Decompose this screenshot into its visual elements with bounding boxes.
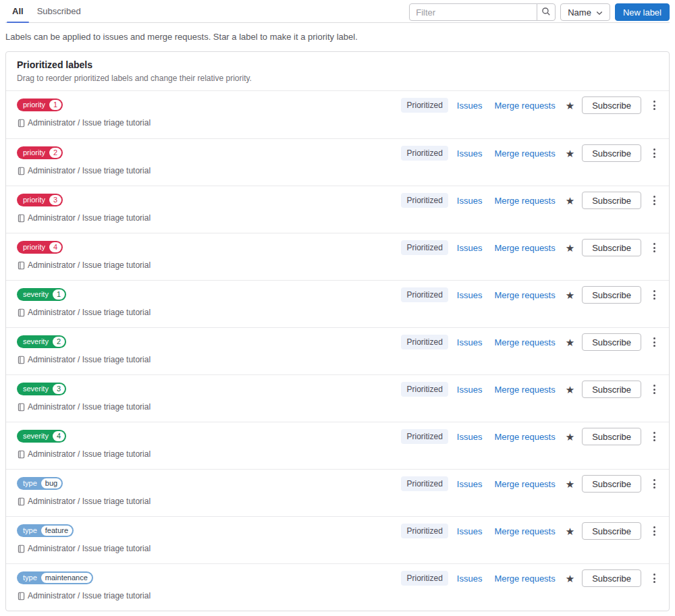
project-name: Administrator / Issue triage tutorial <box>28 591 151 600</box>
scoped-label-key: severity <box>18 289 53 300</box>
star-icon[interactable]: ★ <box>564 242 576 254</box>
subscribe-button[interactable]: Subscribe <box>582 333 641 351</box>
label-row: type feature Administrator / Issue triag… <box>6 516 669 563</box>
scoped-label[interactable]: severity 4 <box>17 430 66 443</box>
issues-link[interactable]: Issues <box>457 432 483 442</box>
label-row: priority 1 Administrator / Issue triage … <box>6 91 669 138</box>
project-name: Administrator / Issue triage tutorial <box>28 166 151 175</box>
kebab-menu-icon[interactable] <box>649 523 659 539</box>
subscribe-button[interactable]: Subscribe <box>582 381 641 398</box>
scoped-label[interactable]: priority 3 <box>17 194 63 206</box>
issues-link[interactable]: Issues <box>457 479 483 489</box>
project-icon <box>17 402 28 412</box>
issues-link[interactable]: Issues <box>457 526 483 536</box>
filter-group <box>409 3 556 21</box>
scoped-label[interactable]: priority 2 <box>17 146 63 159</box>
subscribe-button[interactable]: Subscribe <box>582 192 641 209</box>
kebab-menu-icon[interactable] <box>649 145 659 161</box>
star-icon[interactable]: ★ <box>564 289 576 302</box>
project-icon <box>17 449 28 459</box>
kebab-menu-icon[interactable] <box>649 334 659 350</box>
scoped-label-value: feature <box>41 526 72 536</box>
label-row: severity 4 Administrator / Issue triage … <box>6 422 669 469</box>
kebab-menu-icon[interactable] <box>649 428 659 445</box>
tab-subscribed[interactable]: Subscribed <box>30 0 88 22</box>
scoped-label[interactable]: type bug <box>17 477 63 490</box>
tab-all[interactable]: All <box>5 0 30 22</box>
star-icon[interactable]: ★ <box>564 525 576 538</box>
issues-link[interactable]: Issues <box>457 243 483 253</box>
label-row: priority 2 Administrator / Issue triage … <box>6 138 669 186</box>
project-name: Administrator / Issue triage tutorial <box>28 544 151 553</box>
scoped-label-key: priority <box>18 100 49 110</box>
merge-requests-link[interactable]: Merge requests <box>494 479 555 489</box>
prioritized-labels-card: Prioritized labels Drag to reorder prior… <box>5 51 670 611</box>
scoped-label[interactable]: priority 4 <box>17 241 63 254</box>
merge-requests-link[interactable]: Merge requests <box>494 101 555 111</box>
star-icon[interactable]: ★ <box>564 383 576 396</box>
subscribe-button[interactable]: Subscribe <box>582 144 641 162</box>
subscribe-button[interactable]: Subscribe <box>582 475 641 493</box>
merge-requests-link[interactable]: Merge requests <box>494 290 555 300</box>
project-name: Administrator / Issue triage tutorial <box>28 308 151 317</box>
subscribe-button[interactable]: Subscribe <box>582 428 641 445</box>
merge-requests-link[interactable]: Merge requests <box>494 337 555 347</box>
scoped-label[interactable]: type feature <box>17 524 74 537</box>
merge-requests-link[interactable]: Merge requests <box>494 432 555 442</box>
issues-link[interactable]: Issues <box>457 148 483 159</box>
scoped-label-value: bug <box>41 478 61 488</box>
scoped-label[interactable]: type maintenance <box>17 571 93 584</box>
sort-dropdown[interactable]: Name <box>560 3 610 21</box>
kebab-menu-icon[interactable] <box>649 97 659 113</box>
scoped-label[interactable]: priority 1 <box>17 99 63 111</box>
kebab-menu-icon[interactable] <box>649 476 659 492</box>
merge-requests-link[interactable]: Merge requests <box>494 243 555 253</box>
star-icon[interactable]: ★ <box>564 99 576 112</box>
issues-link[interactable]: Issues <box>457 101 483 111</box>
scoped-label[interactable]: severity 2 <box>17 335 66 348</box>
star-icon[interactable]: ★ <box>564 430 576 443</box>
issues-link[interactable]: Issues <box>457 290 483 300</box>
kebab-menu-icon[interactable] <box>649 381 659 397</box>
merge-requests-link[interactable]: Merge requests <box>494 526 555 536</box>
star-icon[interactable]: ★ <box>564 572 576 585</box>
new-label-button[interactable]: New label <box>615 3 670 21</box>
subscribe-button[interactable]: Subscribe <box>582 569 641 587</box>
star-icon[interactable]: ★ <box>564 336 576 349</box>
project-icon <box>17 308 28 317</box>
kebab-menu-icon[interactable] <box>649 240 659 256</box>
merge-requests-link[interactable]: Merge requests <box>494 148 555 159</box>
kebab-menu-icon[interactable] <box>649 192 659 208</box>
issues-link[interactable]: Issues <box>457 573 483 584</box>
project-line: Administrator / Issue triage tutorial <box>17 212 152 224</box>
issues-link[interactable]: Issues <box>457 337 483 347</box>
label-row: priority 3 Administrator / Issue triage … <box>6 186 669 233</box>
subscribe-button[interactable]: Subscribe <box>582 286 641 304</box>
sort-dropdown-label: Name <box>568 7 591 18</box>
merge-requests-link[interactable]: Merge requests <box>494 573 555 584</box>
row-actions: Prioritized Issues Merge requests ★ Subs… <box>401 333 659 351</box>
scoped-label-key: severity <box>18 384 53 394</box>
card-subtitle: Drag to reorder prioritized labels and c… <box>17 74 658 83</box>
issues-link[interactable]: Issues <box>457 385 483 395</box>
issues-link[interactable]: Issues <box>457 196 483 206</box>
star-icon[interactable]: ★ <box>564 194 576 207</box>
search-button[interactable] <box>537 3 556 21</box>
card-header: Prioritized labels Drag to reorder prior… <box>6 52 669 91</box>
filter-input[interactable] <box>409 3 537 21</box>
merge-requests-link[interactable]: Merge requests <box>494 385 555 395</box>
kebab-menu-icon[interactable] <box>649 570 659 586</box>
star-icon[interactable]: ★ <box>564 478 576 491</box>
project-line: Administrator / Issue triage tutorial <box>17 448 152 460</box>
label-list: priority 1 Administrator / Issue triage … <box>6 91 669 611</box>
merge-requests-link[interactable]: Merge requests <box>494 196 555 206</box>
subscribe-button[interactable]: Subscribe <box>582 239 641 256</box>
project-icon <box>17 260 28 270</box>
kebab-menu-icon[interactable] <box>649 287 659 303</box>
subscribe-button[interactable]: Subscribe <box>582 522 641 540</box>
project-line: Administrator / Issue triage tutorial <box>17 590 152 602</box>
star-icon[interactable]: ★ <box>564 147 576 160</box>
subscribe-button[interactable]: Subscribe <box>582 96 641 114</box>
scoped-label[interactable]: severity 3 <box>17 383 66 395</box>
scoped-label[interactable]: severity 1 <box>17 288 66 301</box>
